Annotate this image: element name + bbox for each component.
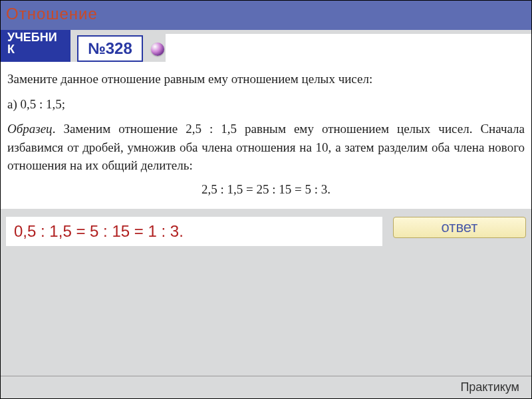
answer-text: 0,5 : 1,5 = 5 : 15 = 1 : 3.	[6, 217, 382, 246]
answer-row: 0,5 : 1,5 = 5 : 15 = 1 : 3. ответ	[1, 217, 531, 246]
problem-number-box: №328	[77, 35, 143, 62]
textbook-tab[interactable]: УЧЕБНИК	[1, 30, 70, 62]
answer-button[interactable]: ответ	[393, 217, 526, 238]
problem-item-a: а) 0,5 : 1,5;	[7, 95, 525, 114]
toolbar-input-strip	[166, 34, 531, 62]
problem-intro: Замените данное отношение равным ему отн…	[7, 70, 525, 88]
footer-label: Практикум	[460, 380, 519, 394]
example-label: Образец	[7, 122, 53, 136]
page-title: Отношение	[6, 5, 526, 23]
toolbar: УЧЕБНИК №328	[1, 30, 531, 62]
example-text: Образец. Заменим отношение 2,5 : 1,5 рав…	[7, 120, 525, 175]
header-bar: Отношение	[1, 1, 531, 30]
footer: Практикум	[1, 376, 531, 398]
example-formula: 2,5 : 1,5 = 25 : 15 = 5 : 3.	[7, 180, 525, 199]
orb-icon[interactable]	[151, 43, 164, 56]
problem-block: Замените данное отношение равным ему отн…	[1, 62, 531, 209]
example-body: . Заменим отношение 2,5 : 1,5 равным ему…	[7, 122, 525, 172]
